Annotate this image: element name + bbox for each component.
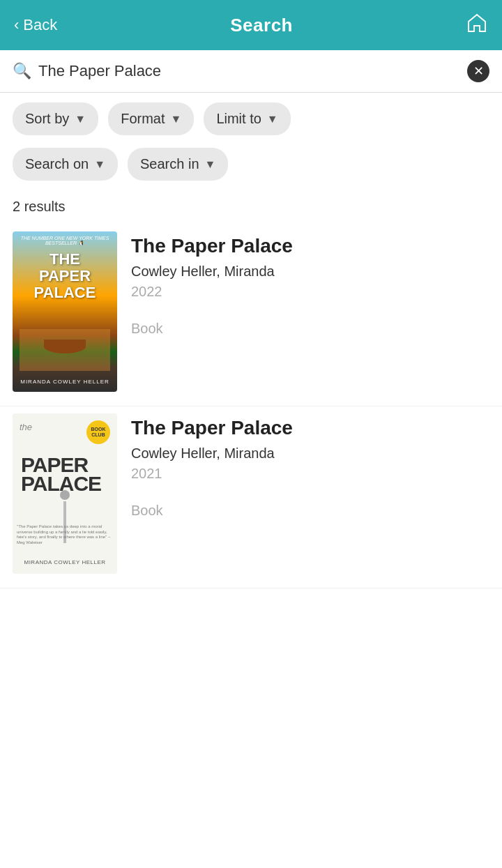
- book-type-2: Book: [131, 503, 489, 519]
- search-on-button[interactable]: Search on ▼: [13, 148, 118, 181]
- back-button[interactable]: ‹ Back: [14, 16, 57, 34]
- sort-by-chevron-icon: ▼: [75, 113, 86, 125]
- sort-by-button[interactable]: Sort by ▼: [13, 102, 98, 135]
- limit-to-chevron-icon: ▼: [267, 113, 278, 125]
- book-type-1: Book: [131, 321, 489, 337]
- book-info-1: The Paper Palace Cowley Heller, Miranda …: [131, 231, 489, 337]
- format-label: Format: [121, 111, 165, 127]
- book-year-2: 2021: [131, 466, 489, 482]
- search-on-label: Search on: [25, 156, 89, 172]
- book-title-1: The Paper Palace: [131, 234, 489, 258]
- search-in-label: Search in: [140, 156, 199, 172]
- page-title: Search: [230, 15, 293, 36]
- clear-search-button[interactable]: ✕: [467, 60, 489, 82]
- home-button[interactable]: [466, 12, 488, 39]
- book-cover-1: THE NUMBER ONE NEW YORK TIMES BESTSELLER…: [13, 231, 117, 392]
- search-bar: 🔍 ✕: [0, 50, 502, 93]
- book-cover-2: BOOK CLUB the PAPERPALACE "The Paper Pal…: [13, 413, 117, 574]
- search-input[interactable]: [38, 62, 460, 80]
- book-year-1: 2022: [131, 284, 489, 300]
- search-on-chevron-icon: ▼: [94, 158, 105, 171]
- back-label: Back: [23, 16, 57, 34]
- home-icon: [466, 12, 488, 34]
- book-author-2: Cowley Heller, Miranda: [131, 446, 489, 462]
- filter-row-2: Search on ▼ Search in ▼: [0, 145, 502, 192]
- filter-row-1: Sort by ▼ Format ▼ Limit to ▼: [0, 93, 502, 145]
- book-author-1: Cowley Heller, Miranda: [131, 264, 489, 280]
- search-in-chevron-icon: ▼: [205, 158, 216, 171]
- format-button[interactable]: Format ▼: [108, 102, 194, 135]
- results-count: 2 results: [0, 192, 502, 224]
- header: ‹ Back Search: [0, 0, 502, 50]
- result-item-2[interactable]: BOOK CLUB the PAPERPALACE "The Paper Pal…: [0, 406, 502, 588]
- limit-to-label: Limit to: [216, 111, 261, 127]
- chevron-left-icon: ‹: [14, 16, 19, 34]
- format-chevron-icon: ▼: [171, 113, 182, 125]
- book-title-2: The Paper Palace: [131, 416, 489, 440]
- result-item-1[interactable]: THE NUMBER ONE NEW YORK TIMES BESTSELLER…: [0, 224, 502, 406]
- book-info-2: The Paper Palace Cowley Heller, Miranda …: [131, 413, 489, 519]
- search-in-button[interactable]: Search in ▼: [128, 148, 228, 181]
- search-icon: 🔍: [13, 62, 31, 80]
- sort-by-label: Sort by: [25, 111, 69, 127]
- limit-to-button[interactable]: Limit to ▼: [204, 102, 290, 135]
